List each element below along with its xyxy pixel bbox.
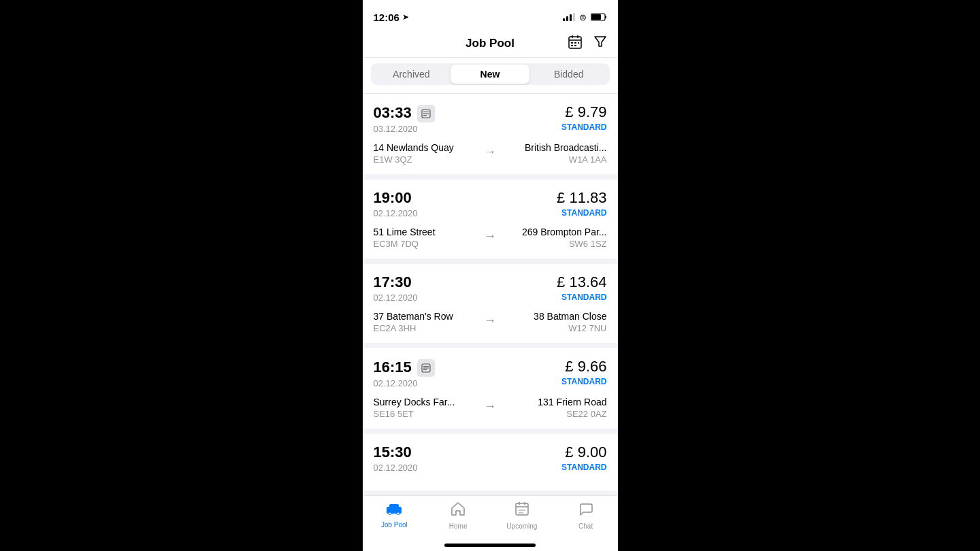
tab-new[interactable]: New: [451, 65, 529, 84]
chat-icon: [578, 501, 593, 520]
home-icon: [451, 501, 466, 520]
svg-rect-1: [605, 16, 606, 18]
bottom-nav: Job Pool Home Upcoming: [363, 495, 618, 541]
route-arrow-1: →: [478, 145, 502, 159]
calendar-icon[interactable]: [568, 35, 583, 53]
home-bar: [444, 544, 536, 547]
from-address-1: 14 Newlands Quay: [374, 142, 479, 153]
route-to-2: 269 Brompton Par... SW6 1SZ: [502, 227, 607, 249]
svg-rect-9: [578, 42, 579, 44]
to-postcode-4: SE22 0AZ: [502, 409, 607, 419]
job-card-4[interactable]: 16:15 02.12.2020 £ 9.66 STANDARD Surrey …: [363, 348, 618, 429]
wifi-icon: ⊜: [579, 12, 587, 22]
nav-item-chat[interactable]: Chat: [554, 501, 618, 530]
svg-rect-22: [389, 504, 399, 508]
job-time-3: 17:30: [374, 273, 412, 291]
job-type-1: STANDARD: [561, 122, 606, 132]
job-type-5: STANDARD: [561, 463, 606, 472]
nav-label-upcoming: Upcoming: [506, 522, 537, 530]
home-indicator: [363, 541, 618, 551]
route-from-4: Surrey Docks Far... SE16 5ET: [374, 397, 479, 419]
to-address-4: 131 Friern Road: [502, 397, 607, 407]
job-card-3[interactable]: 17:30 02.12.2020 £ 13.64 STANDARD 37 Bat…: [363, 264, 618, 343]
job-price-2: £ 11.83: [557, 189, 606, 207]
tabs: Archived New Bidded: [371, 63, 610, 85]
job-type-2: STANDARD: [557, 208, 606, 218]
to-postcode-1: W1A 1AA: [502, 154, 607, 165]
from-postcode-2: EC3M 7DQ: [374, 239, 479, 249]
route-arrow-2: →: [478, 229, 502, 244]
status-icons: ⊜: [563, 12, 607, 22]
job-time-1: 03:33: [374, 104, 412, 122]
filter-icon[interactable]: [593, 35, 607, 53]
route-from-2: 51 Lime Street EC3M 7DQ: [374, 227, 479, 249]
to-address-1: British Broadcasti...: [502, 142, 607, 153]
nav-item-job-pool[interactable]: Job Pool: [363, 501, 427, 530]
job-price-1: £ 9.79: [561, 103, 606, 121]
signal-bars-icon: [563, 13, 575, 21]
job-price-3: £ 13.64: [557, 273, 606, 291]
job-date-4: 02.12.2020: [374, 378, 435, 388]
job-card-5[interactable]: 15:30 02.12.2020 £ 9.00 STANDARD: [363, 434, 618, 490]
job-date-1: 03.12.2020: [374, 124, 435, 134]
nav-label-chat: Chat: [578, 522, 593, 530]
nav-item-home[interactable]: Home: [426, 501, 490, 530]
job-type-3: STANDARD: [557, 293, 606, 302]
tab-archived[interactable]: Archived: [372, 65, 451, 84]
job-card-2[interactable]: 19:00 02.12.2020 £ 11.83 STANDARD 51 Lim…: [363, 180, 618, 258]
from-postcode-1: E1W 3QZ: [374, 154, 479, 165]
to-postcode-2: SW6 1SZ: [502, 239, 607, 249]
route-from-1: 14 Newlands Quay E1W 3QZ: [374, 142, 479, 165]
svg-point-23: [389, 512, 391, 515]
svg-marker-12: [595, 37, 606, 46]
from-postcode-3: EC2A 3HH: [374, 323, 479, 333]
job-pool-icon: [386, 501, 402, 519]
tab-bidded[interactable]: Bidded: [529, 65, 608, 84]
app-header: Job Pool: [363, 30, 618, 58]
route-to-3: 38 Batman Close W12 7NU: [502, 311, 607, 333]
battery-icon: [591, 13, 607, 21]
job-time-5: 15:30: [374, 444, 412, 461]
job-price-4: £ 9.66: [561, 358, 606, 375]
from-address-2: 51 Lime Street: [374, 227, 479, 237]
job-time-4: 16:15: [374, 358, 412, 376]
phone-frame: 12:06 ➤ ⊜ Job Pool: [363, 0, 618, 551]
status-bar: 12:06 ➤ ⊜: [363, 0, 618, 30]
job-list: 03:33 03.12.2020 £ 9.79 STANDARD 14 Newl…: [363, 94, 618, 495]
job-type-4: STANDARD: [561, 377, 606, 386]
header-actions: [568, 35, 607, 53]
svg-point-24: [397, 512, 399, 515]
status-time: 12:06: [374, 12, 399, 23]
route-arrow-3: →: [478, 314, 502, 328]
job-time-2: 19:00: [374, 189, 412, 207]
note-icon-1: [417, 105, 435, 122]
note-icon-4: [417, 359, 435, 377]
page-title: Job Pool: [466, 37, 514, 50]
route-to-4: 131 Friern Road SE22 0AZ: [502, 397, 607, 419]
tabs-container: Archived New Bidded: [363, 58, 618, 94]
to-postcode-3: W12 7NU: [502, 323, 607, 333]
route-arrow-4: →: [478, 399, 502, 414]
job-date-2: 02.12.2020: [374, 208, 418, 218]
svg-rect-8: [574, 42, 576, 44]
nav-item-upcoming[interactable]: Upcoming: [490, 501, 554, 530]
nav-label-job-pool: Job Pool: [381, 521, 408, 529]
job-price-5: £ 9.00: [561, 444, 606, 461]
from-address-4: Surrey Docks Far...: [374, 397, 479, 407]
svg-rect-11: [574, 45, 576, 46]
to-address-3: 38 Batman Close: [502, 311, 607, 322]
route-from-3: 37 Bateman's Row EC2A 3HH: [374, 311, 479, 333]
svg-rect-2: [591, 14, 601, 20]
svg-rect-7: [571, 42, 573, 44]
route-to-1: British Broadcasti... W1A 1AA: [502, 142, 607, 165]
to-address-2: 269 Brompton Par...: [502, 227, 607, 237]
location-icon: ➤: [402, 12, 409, 22]
svg-rect-10: [571, 45, 573, 46]
from-address-3: 37 Bateman's Row: [374, 311, 479, 322]
from-postcode-4: SE16 5ET: [374, 409, 479, 419]
nav-label-home: Home: [449, 522, 468, 530]
job-date-5: 02.12.2020: [374, 463, 418, 473]
job-card-1[interactable]: 03:33 03.12.2020 £ 9.79 STANDARD 14 Newl…: [363, 94, 618, 174]
upcoming-icon: [514, 501, 529, 520]
job-date-3: 02.12.2020: [374, 293, 418, 303]
